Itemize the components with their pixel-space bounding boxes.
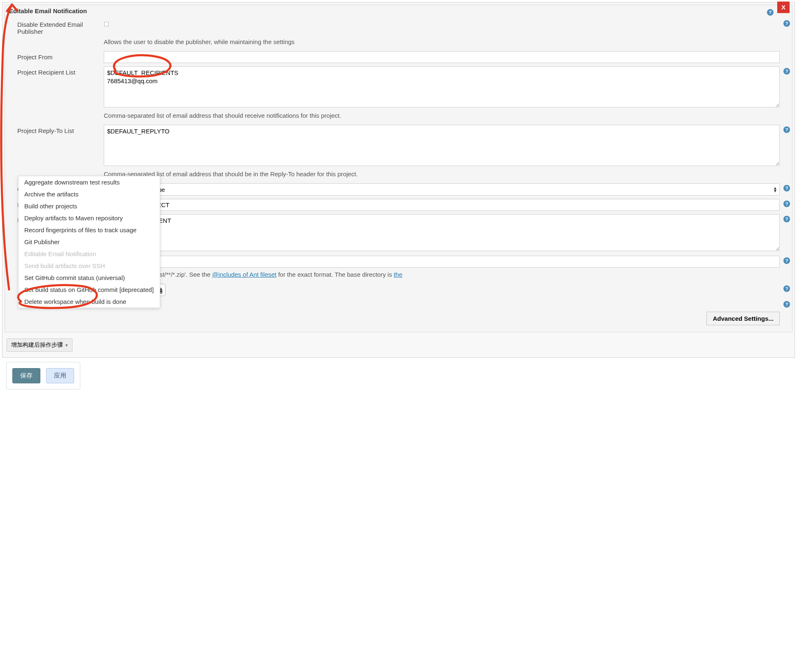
default-subject-input[interactable] (104, 199, 780, 211)
section-header: Editable Email Notification X ? (5, 5, 792, 17)
section-title: Editable Email Notification (9, 7, 87, 14)
apply-button[interactable]: 应用 (46, 368, 74, 383)
help-icon[interactable]: ? (783, 257, 790, 264)
attachments-hint: cards like 'module/dist/**/*.zip'. See t… (104, 270, 769, 279)
save-bar: 保存 应用 (6, 362, 80, 390)
dropdown-item[interactable]: Git Publisher (19, 236, 160, 248)
help-icon[interactable]: ? (783, 216, 790, 222)
dropdown-item[interactable]: Aggregate downstream test results (19, 176, 160, 188)
add-post-build-step-button[interactable]: 增加构建后操作步骤 ▾ (7, 338, 72, 352)
editable-email-block: Editable Email Notification X ? Disable … (5, 5, 792, 332)
disable-publisher-label: Disable Extended Email Publisher (17, 19, 104, 35)
ant-fileset-link[interactable]: @includes of Ant fileset (212, 271, 276, 278)
reply-to-label: Project Reply-To List (17, 125, 104, 134)
add-step-label: 增加构建后操作步骤 (11, 341, 63, 349)
reply-to-hint: Comma-separated list of email address th… (104, 170, 769, 178)
delete-step-button[interactable]: X (777, 2, 790, 13)
project-from-input[interactable] (104, 51, 780, 63)
disable-publisher-hint: Allows the user to disable the publisher… (104, 37, 769, 46)
help-icon[interactable]: ? (783, 20, 790, 27)
dropdown-item[interactable]: Build other projects (19, 200, 160, 212)
disable-publisher-checkbox[interactable] (104, 22, 109, 27)
help-icon[interactable]: ? (783, 185, 790, 191)
help-icon[interactable]: ? (783, 126, 790, 133)
attachments-input[interactable] (104, 256, 780, 268)
workspace-link[interactable]: the (394, 271, 402, 278)
dropdown-item[interactable]: Set build status on GitHub commit [depre… (19, 284, 160, 296)
dropdown-item[interactable]: Set GitHub commit status (universal) (19, 272, 160, 284)
dropdown-item: Send build artifacts over SSH (19, 260, 160, 272)
default-content-textarea[interactable]: $DEFAULT_CONTENT (104, 214, 780, 251)
content-type-select[interactable]: Default Content Type (104, 183, 780, 196)
recipient-list-textarea[interactable]: $DEFAULT_RECIPIENTS 7685413@qq.com (104, 66, 780, 107)
post-build-section: Editable Email Notification X ? Disable … (2, 2, 795, 358)
post-build-action-dropdown: Aggregate downstream test resultsArchive… (18, 176, 160, 308)
help-icon[interactable]: ? (783, 201, 790, 207)
dropdown-item[interactable]: Delete workspace when build is done (19, 296, 160, 308)
caret-down-icon: ▾ (65, 343, 68, 348)
help-icon[interactable]: ? (783, 68, 790, 75)
project-from-label: Project From (17, 51, 104, 61)
dropdown-item[interactable]: Deploy artifacts to Maven repository (19, 212, 160, 224)
recipient-list-label: Project Recipient List (17, 66, 104, 76)
dropdown-item[interactable]: Archive the artifacts (19, 188, 160, 200)
save-button[interactable]: 保存 (12, 368, 40, 383)
recipient-list-hint: Comma-separated list of email address th… (104, 111, 769, 120)
dropdown-item: Editable Email Notification (19, 248, 160, 260)
dropdown-item[interactable]: Record fingerprints of files to track us… (19, 224, 160, 236)
attachments-hint-mid: for the exact format. The base directory… (277, 271, 394, 278)
advanced-settings-button[interactable]: Advanced Settings... (706, 312, 780, 325)
help-icon[interactable]: ? (783, 285, 790, 292)
help-icon[interactable]: ? (783, 301, 790, 308)
reply-to-textarea[interactable]: $DEFAULT_REPLYTO (104, 125, 780, 166)
help-icon[interactable]: ? (767, 9, 774, 16)
